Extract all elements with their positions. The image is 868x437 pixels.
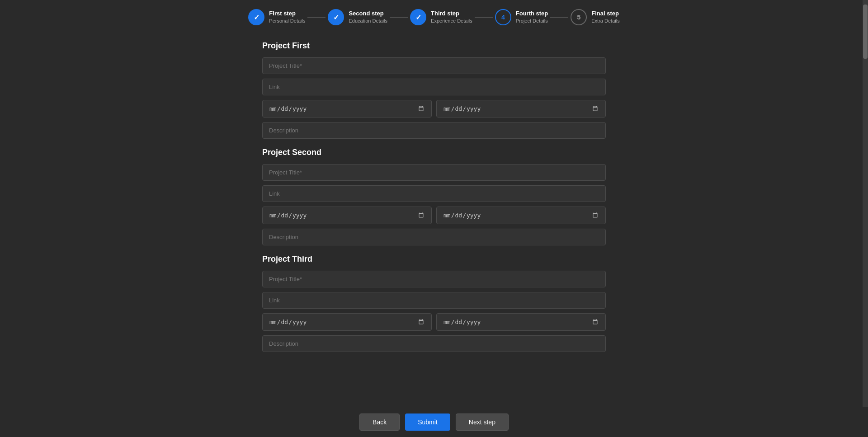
page-wrapper: ✓ First step Personal Details ✓ Second s…: [0, 0, 868, 437]
step-4-subtitle: Project Details: [516, 18, 548, 24]
step-4-number: 4: [501, 14, 505, 21]
project-third-start-date[interactable]: [262, 313, 432, 331]
project-second-date-row: [262, 207, 606, 224]
project-second-link-input[interactable]: [262, 185, 606, 202]
project-third-date-row: [262, 313, 606, 331]
step-5-subtitle: Extra Details: [591, 18, 619, 24]
step-3-title: Third step: [431, 10, 472, 18]
step-4-title: Fourth step: [516, 10, 548, 18]
step-4-circle: 4: [495, 9, 511, 25]
step-2-labels: Second step Education Details: [349, 10, 387, 24]
project-second-title-input[interactable]: [262, 164, 606, 181]
project-first-title-group: [262, 57, 606, 74]
step-1: ✓ First step Personal Details: [248, 9, 305, 25]
step-1-labels: First step Personal Details: [269, 10, 305, 24]
project-first-start-date[interactable]: [262, 100, 432, 117]
project-third-title-input[interactable]: [262, 271, 606, 287]
project-third-description-input[interactable]: [262, 335, 606, 352]
project-third-section: Project Third: [262, 254, 606, 352]
connector-3-4: [475, 17, 493, 18]
project-third-title-group: [262, 271, 606, 287]
step-3-checkmark: ✓: [415, 13, 421, 22]
step-5: 5 Final step Extra Details: [571, 9, 619, 25]
step-2-circle: ✓: [328, 9, 344, 25]
project-third-title: Project Third: [262, 254, 606, 264]
project-second-description-input[interactable]: [262, 229, 606, 245]
project-third-link-group: [262, 292, 606, 309]
step-4: 4 Fourth step Project Details: [495, 9, 548, 25]
step-2-subtitle: Education Details: [349, 18, 387, 24]
stepper: ✓ First step Personal Details ✓ Second s…: [0, 0, 868, 32]
step-1-circle: ✓: [248, 9, 264, 25]
step-1-subtitle: Personal Details: [269, 18, 305, 24]
step-1-title: First step: [269, 10, 305, 18]
project-second-section: Project Second: [262, 148, 606, 245]
project-first-title-input[interactable]: [262, 57, 606, 74]
project-first-description-group: [262, 122, 606, 139]
step-2-checkmark: ✓: [333, 13, 339, 22]
project-first-section: Project First: [262, 41, 606, 139]
project-first-date-row: [262, 100, 606, 117]
project-first-end-date[interactable]: [436, 100, 606, 117]
submit-button[interactable]: Submit: [405, 414, 450, 431]
step-3-subtitle: Experience Details: [431, 18, 472, 24]
project-first-description-input[interactable]: [262, 122, 606, 139]
connector-1-2: [307, 17, 326, 18]
step-2-title: Second step: [349, 10, 387, 18]
bottom-bar: Back Submit Next step: [0, 407, 868, 437]
connector-2-3: [390, 17, 408, 18]
project-second-end-date[interactable]: [436, 207, 606, 224]
step-3-circle: ✓: [410, 9, 426, 25]
project-third-description-group: [262, 335, 606, 352]
project-first-link-input[interactable]: [262, 79, 606, 95]
project-second-title: Project Second: [262, 148, 606, 157]
step-5-number: 5: [577, 14, 580, 21]
step-2: ✓ Second step Education Details: [328, 9, 387, 25]
connector-4-5: [550, 17, 568, 18]
step-3-labels: Third step Experience Details: [431, 10, 472, 24]
project-first-title: Project First: [262, 41, 606, 51]
step-5-title: Final step: [591, 10, 619, 18]
project-second-link-group: [262, 185, 606, 202]
step-3: ✓ Third step Experience Details: [410, 9, 472, 25]
project-third-link-input[interactable]: [262, 292, 606, 309]
project-second-start-date[interactable]: [262, 207, 432, 224]
step-5-labels: Final step Extra Details: [591, 10, 619, 24]
step-5-circle: 5: [571, 9, 587, 25]
back-button[interactable]: Back: [359, 414, 400, 431]
step-1-checkmark: ✓: [254, 13, 259, 22]
next-step-button[interactable]: Next step: [456, 414, 509, 431]
scrollbar-thumb[interactable]: [863, 5, 868, 59]
project-second-title-group: [262, 164, 606, 181]
project-third-end-date[interactable]: [436, 313, 606, 331]
scrollbar[interactable]: [863, 0, 868, 437]
step-4-labels: Fourth step Project Details: [516, 10, 548, 24]
main-content: Project First Project Second: [262, 32, 606, 406]
project-first-link-group: [262, 79, 606, 95]
project-second-description-group: [262, 229, 606, 245]
